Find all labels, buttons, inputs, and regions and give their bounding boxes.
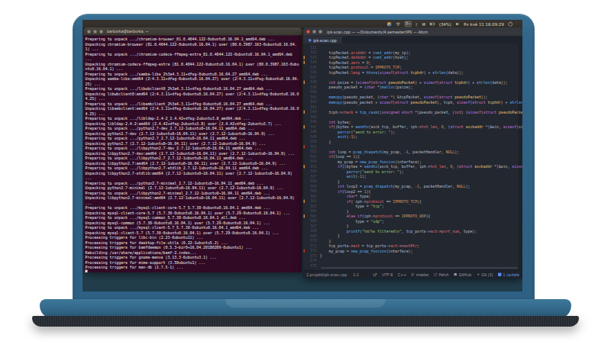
code-token: type = (320, 219, 370, 224)
battery-icon[interactable] (430, 21, 435, 27)
clock[interactable]: Po kvě 11 16:09:29 (464, 22, 504, 27)
status-fetch[interactable]: Fetch (434, 272, 449, 277)
git-gutter-mark (304, 214, 306, 218)
code-token: exit (320, 135, 347, 140)
atom-titlebar[interactable]: ipk-scan.cpp — ~/Dokumenty/4.semester/IP… (303, 27, 522, 36)
code-token: ); (454, 150, 459, 154)
branch-icon (412, 272, 415, 276)
editor-lines[interactable]: tcpPacket.srcAddr = inet_addr(my_ip); tc… (320, 43, 522, 270)
code-token: if (320, 155, 333, 159)
close-button[interactable] (306, 30, 310, 34)
code-token: struct (439, 95, 452, 100)
code-token: , packetHandler, (409, 150, 446, 154)
code-token: sizeof (468, 110, 481, 114)
code-token: ); (399, 169, 404, 174)
maximize-button[interactable] (99, 30, 103, 34)
power-icon[interactable] (509, 22, 513, 27)
code-token: (iph-> (362, 214, 375, 219)
git-gutter-mark (304, 125, 306, 129)
tab-bar: ipk-scan.cpp (303, 36, 522, 43)
status-line-ending[interactable]: LF (373, 272, 377, 277)
status-file-path[interactable]: 2.projekt/ipk-scan.cpp (306, 272, 347, 277)
code-token: inet_addr (373, 56, 393, 60)
code-token: pseudoPacket (454, 95, 481, 100)
updater-icon[interactable] (387, 22, 392, 27)
code-token: * type; (355, 195, 370, 199)
terminal-title: barborka@barborka: ~ (107, 30, 149, 34)
code-token: IPPROTO_TCP (393, 199, 417, 204)
code-token: ; (369, 60, 371, 65)
status-github[interactable]: GitHub (454, 272, 471, 277)
code-token: char (367, 85, 376, 90)
code-token: *)&sin, (483, 125, 503, 130)
code-token: tcpPacket (320, 50, 349, 55)
status-encoding[interactable]: UTF-8 (382, 272, 393, 277)
volume-icon[interactable] (455, 21, 460, 27)
code-token: (data)); (490, 80, 507, 85)
code-token: act (430, 229, 437, 234)
terminal-titlebar[interactable]: barborka@barborka: ~ (84, 27, 302, 36)
code-token: else if (320, 214, 362, 219)
code-token: perror (320, 130, 351, 134)
code-token: psize = ( (335, 80, 357, 85)
code-token: exit (320, 175, 355, 179)
status-grammar[interactable]: C++ (398, 272, 406, 277)
bluetooth-icon[interactable]: ᛒ (415, 21, 418, 27)
code-token: (loop == (333, 155, 353, 159)
editor-area[interactable]: 5315325335345355365375385395405415425435… (303, 43, 522, 270)
horizontal-scrollbar[interactable] (321, 268, 518, 269)
code-token: } (320, 209, 349, 214)
code-token: perror (320, 169, 360, 174)
code-token: printf (320, 229, 360, 234)
tab-ipk-scan[interactable]: ipk-scan.cpp (303, 37, 342, 43)
code-token: ), tcph, (437, 100, 457, 105)
keyboard-layout-indicator[interactable]: En (405, 21, 411, 27)
code-token: struct (439, 80, 452, 85)
code-token: } (320, 140, 331, 144)
code-token: (psize); (395, 85, 412, 90)
terminal-output[interactable]: Preparing to unpack .../chromium-browser… (84, 36, 302, 272)
code-token: tot_len (422, 125, 437, 130)
status-cursor-position[interactable]: 1:1 (353, 272, 359, 277)
code-token: } (320, 234, 340, 239)
code-token: sizeof (424, 95, 437, 100)
status-git[interactable]: Git (3) (477, 272, 493, 277)
close-button[interactable] (87, 30, 91, 34)
status-update[interactable]: 1 update (498, 272, 519, 277)
maximize-button[interactable] (318, 30, 322, 34)
code-token: *)&sin, (492, 165, 512, 169)
mail-icon[interactable]: ✉ (422, 21, 425, 27)
code-token: struct (395, 70, 408, 75)
code-token: if (320, 165, 342, 169)
code-token: ); (362, 175, 367, 179)
code-token: new_pcap_funcion (360, 159, 395, 164)
scrollbar-track[interactable] (518, 43, 523, 270)
git-gutter-mark (304, 165, 306, 169)
code-token: loop = (335, 150, 353, 154)
git-gutter-mark (304, 61, 306, 65)
code-token: .srcAddr (349, 50, 367, 55)
code-token: sockaddr (466, 125, 483, 130)
code-token: , tcp_ports-> (402, 229, 431, 234)
code-token: ((bytes = (342, 165, 364, 169)
minimize-button[interactable] (312, 30, 316, 34)
code-token: , ( (452, 165, 459, 169)
code-token: IPPROTO_UDP (402, 214, 426, 219)
terminal-line: Unpacking libsmbclient:amd64 (2:4.3.11+d… (86, 106, 301, 116)
git-diff-icon (477, 273, 480, 277)
code-token: ; (399, 66, 402, 70)
code-token: int (320, 185, 344, 189)
code-token: tcpPacket (320, 56, 349, 60)
code-token: (interface); (395, 159, 422, 164)
code-token: IPPROTO_TCP (375, 66, 399, 70)
code-token: = (367, 50, 373, 55)
wifi-icon[interactable] (396, 21, 401, 27)
terminal-line: Unpacking chromium-browser (81.0.4044.12… (86, 42, 301, 52)
code-token: pcap_dispatch (364, 185, 393, 189)
code-token: sizeof (503, 125, 516, 130)
code-token: (pseudo_packet + (342, 100, 380, 105)
code-token: if (320, 199, 351, 204)
minimize-button[interactable] (93, 30, 97, 34)
status-branch[interactable]: master (412, 272, 429, 277)
code-token: tcph-> (320, 110, 342, 114)
